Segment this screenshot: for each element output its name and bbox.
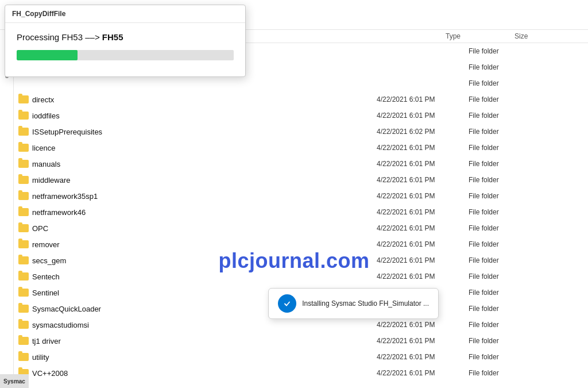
file-date: 4/22/2021 6:01 PM bbox=[377, 256, 469, 264]
progress-dialog: FH_CopyDiffFile Processing FH53 ––> FH55 bbox=[5, 5, 246, 77]
table-row[interactable]: File folder bbox=[14, 75, 588, 91]
folder-icon bbox=[18, 128, 29, 136]
folder-icon bbox=[18, 112, 29, 120]
file-name: OPC bbox=[18, 224, 377, 233]
file-type: File folder bbox=[469, 128, 537, 136]
folder-icon bbox=[18, 224, 29, 232]
processing-to: FH55 bbox=[102, 32, 123, 42]
file-type: File folder bbox=[469, 240, 537, 248]
dialog-message: Processing FH53 ––> FH55 bbox=[17, 32, 234, 42]
file-date: 4/22/2021 6:01 PM bbox=[377, 369, 469, 377]
file-type: File folder bbox=[469, 47, 537, 55]
pin-bar bbox=[0, 30, 14, 388]
file-name: VC++2008 bbox=[18, 369, 377, 378]
file-type: File folder bbox=[469, 192, 537, 200]
file-date: 4/22/2021 6:01 PM bbox=[377, 353, 469, 361]
file-name: directx bbox=[18, 95, 377, 104]
dialog-title: FH_CopyDiffFile bbox=[5, 5, 245, 23]
folder-icon bbox=[18, 289, 29, 297]
table-row[interactable]: remover 4/22/2021 6:01 PM File folder bbox=[14, 236, 588, 252]
file-type: File folder bbox=[469, 160, 537, 168]
file-name: tj1 driver bbox=[18, 337, 377, 345]
progress-fill bbox=[17, 50, 78, 60]
file-date: 4/22/2021 6:01 PM bbox=[377, 176, 469, 184]
table-row[interactable]: utility 4/22/2021 6:01 PM File folder bbox=[14, 349, 588, 365]
file-date: 4/22/2021 6:01 PM bbox=[377, 272, 469, 281]
table-row[interactable]: manuals 4/22/2021 6:01 PM File folder bbox=[14, 156, 588, 172]
file-date: 4/22/2021 6:01 PM bbox=[377, 208, 469, 216]
file-name: manuals bbox=[18, 160, 377, 168]
file-date: 4/22/2021 6:01 PM bbox=[377, 112, 469, 120]
file-date: 4/22/2021 6:01 PM bbox=[377, 160, 469, 168]
file-name: netframework46 bbox=[18, 208, 377, 217]
table-row[interactable]: netframework46 4/22/2021 6:01 PM File fo… bbox=[14, 204, 588, 220]
folder-icon bbox=[18, 321, 29, 329]
file-type: File folder bbox=[469, 321, 537, 329]
folder-icon bbox=[18, 160, 29, 168]
table-row[interactable]: OPC 4/22/2021 6:01 PM File folder bbox=[14, 220, 588, 236]
main-area: Type Size File folder File folder File f… bbox=[0, 30, 588, 388]
file-type: File folder bbox=[469, 289, 537, 297]
file-type: File folder bbox=[469, 144, 537, 152]
file-type: File folder bbox=[469, 63, 537, 71]
file-type: File folder bbox=[469, 337, 537, 345]
folder-icon bbox=[18, 176, 29, 184]
file-date: 4/22/2021 6:01 PM bbox=[377, 240, 469, 248]
file-type: File folder bbox=[469, 272, 537, 281]
file-name: ISSetupPrerequisites bbox=[18, 128, 377, 136]
folder-icon bbox=[18, 208, 29, 216]
folder-icon bbox=[18, 95, 29, 103]
file-type: File folder bbox=[469, 176, 537, 184]
table-row[interactable]: sysmacstudiomsi 4/22/2021 6:01 PM File f… bbox=[14, 317, 588, 333]
file-name: remover bbox=[18, 240, 377, 249]
file-type: File folder bbox=[469, 95, 537, 103]
table-row[interactable]: directx 4/22/2021 6:01 PM File folder bbox=[14, 91, 588, 107]
file-name: secs_gem bbox=[18, 256, 377, 265]
file-name: ioddfiles bbox=[18, 112, 377, 120]
col-size-header: Size bbox=[514, 32, 560, 40]
table-row[interactable]: ISSetupPrerequisites 4/22/2021 6:02 PM F… bbox=[14, 124, 588, 140]
file-list: Type Size File folder File folder File f… bbox=[14, 30, 588, 388]
file-type: File folder bbox=[469, 353, 537, 361]
file-name: utility bbox=[18, 353, 377, 362]
file-type: File folder bbox=[469, 305, 537, 313]
table-row[interactable]: middleware 4/22/2021 6:01 PM File folder bbox=[14, 172, 588, 188]
table-row[interactable]: licence 4/22/2021 6:01 PM File folder bbox=[14, 140, 588, 156]
table-row[interactable]: Sentech 4/22/2021 6:01 PM File folder bbox=[14, 268, 588, 285]
file-name: licence bbox=[18, 144, 377, 152]
file-date: 4/22/2021 6:01 PM bbox=[377, 144, 469, 152]
file-name: Sentech bbox=[18, 272, 377, 281]
toast-text: Installing Sysmac Studio FH_Simulator ..… bbox=[302, 299, 429, 308]
table-row[interactable]: netframework35sp1 4/22/2021 6:01 PM File… bbox=[14, 188, 588, 204]
file-type: File folder bbox=[469, 79, 537, 87]
file-date: 4/22/2021 6:01 PM bbox=[377, 192, 469, 200]
file-type: File folder bbox=[469, 256, 537, 264]
file-type: File folder bbox=[469, 208, 537, 216]
table-row[interactable]: secs_gem 4/22/2021 6:01 PM File folder bbox=[14, 252, 588, 268]
folder-icon bbox=[18, 256, 29, 264]
file-date: 4/22/2021 6:01 PM bbox=[377, 224, 469, 232]
file-name: middleware bbox=[18, 176, 377, 185]
file-name: sysmacstudiomsi bbox=[18, 321, 377, 329]
folder-icon bbox=[18, 272, 29, 281]
folder-icon bbox=[18, 192, 29, 200]
folder-icon bbox=[18, 240, 29, 248]
table-row[interactable]: ioddfiles 4/22/2021 6:01 PM File folder bbox=[14, 107, 588, 124]
processing-arrow: ––> bbox=[85, 32, 102, 42]
col-type-header: Type bbox=[446, 32, 514, 40]
progress-track bbox=[17, 50, 234, 60]
table-row[interactable]: VC++2008 4/22/2021 6:01 PM File folder bbox=[14, 365, 588, 381]
file-type: File folder bbox=[469, 224, 537, 232]
processing-from: Processing FH53 bbox=[17, 32, 83, 42]
file-date: 4/22/2021 6:01 PM bbox=[377, 95, 469, 103]
file-date: 4/22/2021 6:01 PM bbox=[377, 321, 469, 329]
toast-notification: Installing Sysmac Studio FH_Simulator ..… bbox=[268, 288, 439, 319]
table-row[interactable]: tj1 driver 4/22/2021 6:01 PM File folder bbox=[14, 333, 588, 349]
svg-point-20 bbox=[283, 299, 292, 308]
file-date: 4/22/2021 6:01 PM bbox=[377, 337, 469, 345]
file-name: netframework35sp1 bbox=[18, 192, 377, 201]
folder-icon bbox=[18, 144, 29, 152]
file-type: File folder bbox=[469, 369, 537, 377]
folder-icon bbox=[18, 337, 29, 345]
file-type: File folder bbox=[469, 112, 537, 120]
